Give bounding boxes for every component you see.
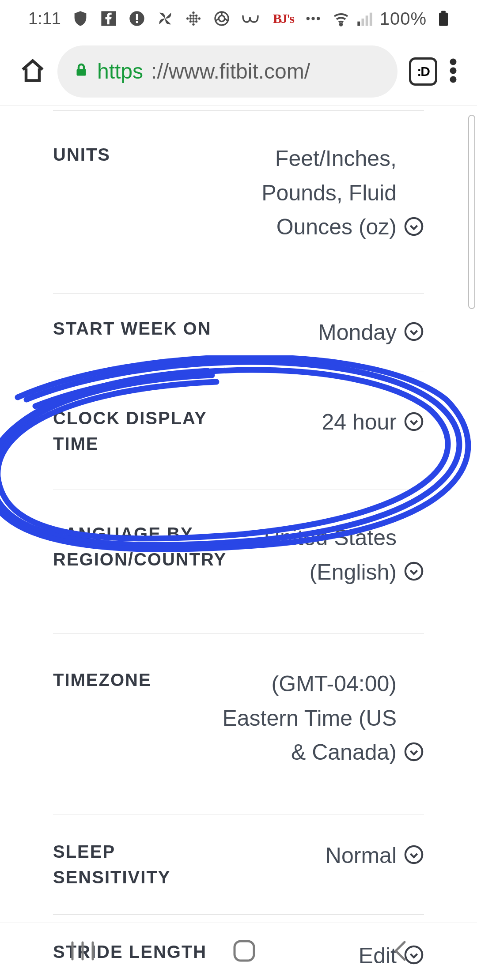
setting-value: United States (English) (252, 521, 397, 589)
battery-percent: 100% (380, 9, 427, 29)
home-icon[interactable] (19, 57, 46, 86)
shield-icon (72, 10, 89, 27)
system-navbar (0, 923, 477, 980)
setting-value: Monday (318, 316, 397, 350)
svg-point-30 (450, 58, 457, 65)
setting-label: SLEEP SENSITIVITY (53, 839, 238, 890)
menu-icon[interactable] (449, 57, 458, 86)
svg-rect-27 (439, 13, 448, 26)
svg-point-9 (189, 17, 192, 19)
svg-point-38 (405, 846, 422, 863)
setting-timezone[interactable]: TIMEZONE (GMT-04:00) Eastern Time (US & … (53, 634, 424, 814)
svg-point-4 (192, 11, 194, 14)
setting-sleep-sensitivity[interactable]: SLEEP SENSITIVITY Normal (53, 814, 424, 915)
chevron-down-icon (404, 216, 424, 237)
setting-clock-display[interactable]: CLOCK DISPLAY TIME 24 hour (53, 372, 424, 490)
svg-point-33 (405, 218, 422, 234)
address-bar[interactable]: https://www.fitbit.com/ (57, 45, 398, 98)
setting-label: UNITS (53, 142, 110, 167)
status-time: 1:11 (28, 9, 61, 28)
chevron-down-icon (404, 844, 424, 865)
svg-rect-44 (235, 941, 254, 961)
recent-apps-button[interactable] (67, 940, 98, 964)
setting-value: (GMT-04:00) Eastern Time (US & Canada) (221, 667, 397, 770)
settings-list: UNITS Feet/Inches, Pounds, Fluid Ounces … (0, 110, 477, 980)
svg-rect-29 (77, 69, 86, 76)
chevron-down-icon (404, 411, 424, 432)
svg-point-14 (192, 20, 194, 23)
chevron-down-icon (404, 321, 424, 342)
svg-point-19 (307, 17, 310, 20)
chevron-down-icon (404, 561, 424, 581)
svg-point-34 (405, 323, 422, 340)
svg-point-10 (192, 17, 194, 19)
chrome-icon (213, 10, 231, 27)
svg-rect-28 (441, 11, 446, 13)
setting-value: Normal (326, 839, 397, 873)
url-scheme: https (97, 59, 143, 83)
setting-label: TIMEZONE (53, 667, 151, 693)
svg-point-31 (450, 67, 457, 74)
svg-rect-25 (365, 15, 368, 26)
svg-point-35 (405, 413, 422, 430)
svg-rect-26 (370, 13, 372, 26)
bjs-icon: BJ's (273, 11, 294, 26)
svg-rect-24 (361, 19, 364, 26)
setting-label: LANGUAGE BY REGION/COUNTRY (53, 521, 238, 572)
chevron-down-icon (404, 742, 424, 762)
svg-point-15 (195, 20, 197, 23)
svg-point-8 (186, 17, 189, 19)
url-rest: ://www.fitbit.com/ (151, 59, 310, 83)
svg-point-20 (311, 17, 314, 20)
browser-toolbar: https://www.fitbit.com/ :D (0, 37, 477, 106)
svg-point-11 (195, 17, 197, 19)
svg-point-13 (189, 20, 192, 23)
facebook-icon (100, 10, 117, 27)
svg-rect-3 (136, 21, 138, 23)
svg-point-5 (189, 15, 192, 17)
svg-point-12 (198, 17, 201, 19)
svg-point-6 (192, 15, 194, 17)
setting-units[interactable]: UNITS Feet/Inches, Pounds, Fluid Ounces … (53, 110, 424, 294)
pinwheel-icon (156, 10, 174, 27)
svg-point-22 (340, 23, 342, 26)
alert-icon (128, 10, 146, 27)
more-icon (304, 10, 322, 27)
signal-icon (356, 10, 374, 27)
setting-value: Feet/Inches, Pounds, Fluid Ounces (oz) (221, 142, 397, 245)
svg-point-18 (219, 15, 224, 21)
setting-label: CLOCK DISPLAY TIME (53, 405, 238, 456)
status-bar: 1:11 BJ's (0, 0, 477, 37)
tab-count[interactable]: :D (409, 57, 437, 86)
setting-language[interactable]: LANGUAGE BY REGION/COUNTRY United States… (53, 490, 424, 634)
svg-point-36 (405, 563, 422, 580)
home-button[interactable] (232, 939, 257, 965)
svg-point-7 (195, 15, 197, 17)
wish-icon (241, 10, 262, 27)
svg-point-32 (450, 76, 457, 83)
svg-point-16 (192, 23, 194, 26)
back-button[interactable] (390, 939, 410, 965)
svg-point-37 (405, 743, 422, 760)
setting-value: 24 hour (322, 405, 397, 440)
svg-rect-23 (357, 22, 360, 26)
wifi-icon (332, 10, 350, 27)
svg-rect-2 (136, 14, 138, 20)
lock-icon (73, 59, 89, 83)
svg-point-21 (317, 17, 320, 20)
setting-label: START WEEK ON (53, 316, 212, 341)
setting-start-week[interactable]: START WEEK ON Monday (53, 294, 424, 373)
battery-icon (435, 10, 452, 27)
dots-grid-icon (185, 10, 202, 27)
